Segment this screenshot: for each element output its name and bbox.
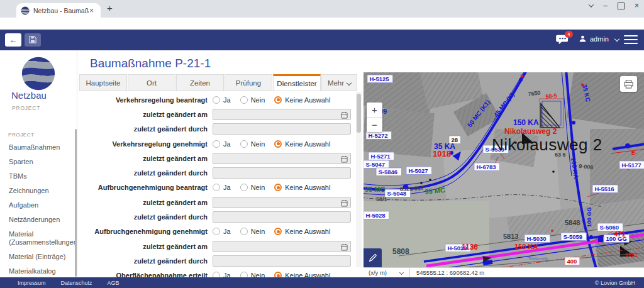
footer-copyright: © Lovion GmbH [595,280,644,286]
field-label: zuletzt geändert durch [79,169,213,177]
svg-text:H-5177: H-5177 [622,162,641,169]
map-label-h-5125: H-5125 [367,75,393,83]
radio-label: Keine Auswahl [285,96,330,104]
new-tab-button[interactable]: + [107,3,113,13]
sidebar-item-sparten[interactable]: Sparten [9,158,72,166]
text-input[interactable] [213,255,351,267]
text-input[interactable] [213,211,351,223]
radio-ja[interactable]: Ja [213,96,231,104]
map-label-h-5272: H-5272 [366,131,392,140]
field-control [213,255,351,267]
svg-text:400: 400 [567,258,577,265]
svg-text:H-5028: H-5028 [366,212,386,219]
radio-nein[interactable]: Nein [240,184,265,191]
sidebar-item-material-zusammenstellungen[interactable]: Material (Zusammenstellungen) [9,230,72,246]
window-maximize-button[interactable] [618,3,625,9]
sidebar-item-netz-nderungen[interactable]: Netzänderungen [9,216,72,224]
window-close-button[interactable]: × [635,1,639,10]
svg-text:H-5272: H-5272 [369,132,388,139]
user-name: admin [590,35,609,43]
map-panel[interactable]: H-5125H-5272H-5271S-5047S-5846H-5027S-50… [364,72,644,267]
back-arrow-icon: ← [9,35,18,45]
tab-close-icon[interactable]: × [89,6,94,15]
tab-label: Zeiten [190,79,210,87]
radio-keine-auswahl[interactable]: Keine Auswahl [274,140,330,148]
map-text-5813: 5813 [503,233,518,240]
tab-pr-fung[interactable]: Prüfung [225,74,272,91]
footer-link-datenschutz[interactable]: Datenschutz [61,280,92,286]
date-input[interactable] [213,241,351,252]
form-row: zuletzt geändert durch [79,209,351,224]
radio-keine-auswahl[interactable]: Keine Auswahl [274,96,330,104]
browser-tab[interactable]: Netzbau - Baumaßnahme P-21- × [16,3,101,18]
map-label-s-5846: S-5846 [376,168,402,176]
user-menu[interactable]: admin [579,35,619,43]
footer-link-impressum[interactable]: Impressum [18,280,46,286]
radio-keine-auswahl[interactable]: Keine Auswahl [274,228,330,235]
notification-badge: 4 [565,31,573,38]
zoom-in-button[interactable]: + [367,102,382,118]
radio-ja[interactable]: Ja [213,228,231,235]
footer-link-agb[interactable]: AGB [108,280,119,286]
main-menu-button[interactable] [624,35,638,46]
calendar-icon [341,243,348,252]
date-input[interactable] [213,109,351,120]
text-input[interactable] [213,167,351,179]
site-favicon-icon [21,6,30,15]
tab-mehr[interactable]: Mehr [321,74,357,91]
app-back-button[interactable]: ← [5,33,21,47]
window-minimize-button[interactable]: – [603,1,608,10]
chat-button[interactable]: 4 [556,34,571,47]
date-input[interactable] [213,197,351,208]
coordinate-unit-select[interactable]: (x/y m) [364,269,400,276]
field-label: Aufbruchgenehmigung beantragt [79,184,213,191]
tab-hauptseite[interactable]: Hauptseite [79,74,127,91]
svg-text:S-5059: S-5059 [564,233,583,240]
radio-nein[interactable]: Nein [240,96,265,104]
radio-ja[interactable]: Ja [213,140,231,148]
radio-label: Nein [251,96,265,104]
tab-label: Mehr [328,79,344,87]
map-print-button[interactable] [620,76,637,92]
map-text-95-mc: 95 MC [365,186,385,193]
tab-title: Netzbau - Baumaßnahme P-21- [33,7,89,14]
map-text-471: 471 [614,230,625,238]
radio-label: Keine Auswahl [285,184,330,191]
tab-label: Hauptseite [86,79,121,87]
map-label-h-5516: H-5516 [592,185,618,193]
date-input[interactable] [213,153,351,164]
radio-icon [240,140,248,148]
sidebar-item-zeichnungen[interactable]: Zeichnungen [9,187,72,195]
app-toolbar: ← 4 admin [0,30,644,50]
tab-ort[interactable]: Ort [128,74,175,91]
sidebar-item-bauma-nahmen[interactable]: Baumaßnahmen [9,143,72,152]
field-control [213,167,351,179]
zoom-out-button[interactable]: − [367,118,382,132]
printer-icon [624,80,633,89]
radio-nein[interactable]: Nein [240,140,265,148]
save-disk-icon [29,35,36,46]
radio-keine-auswahl[interactable]: Keine Auswahl [274,184,330,191]
form-scrollbar[interactable] [356,92,362,267]
tab-zeiten[interactable]: Zeiten [176,74,224,91]
radio-nein[interactable]: Nein [240,228,265,235]
app-save-button[interactable] [25,33,41,47]
tab-dienstleister[interactable]: Dienstleister [273,74,321,91]
scrollbar-thumb[interactable] [357,94,361,133]
sidebar-item-aufgaben[interactable]: Aufgaben [9,201,72,209]
radio-label: Keine Auswahl [285,140,330,148]
sidebar-item-material-eintr-ge[interactable]: Material (Einträge) [9,253,72,261]
form-row: zuletzt geändert durch [79,122,351,136]
map-text-150-ka: 150 KA [513,118,539,127]
sidebar-scrollbar[interactable] [75,129,77,277]
map-text-0651: 0651 [625,252,638,258]
text-input[interactable] [213,123,351,135]
field-label: zuletzt geändert durch [79,257,213,265]
window-menu-icon[interactable] [589,2,594,7]
sidebar-item-materialkatalog[interactable]: Materialkatalog [9,267,72,275]
map-text-e: E- [631,150,637,156]
sidebar-item-tbms[interactable]: TBMs [9,172,72,180]
radio-ja[interactable]: Ja [213,184,231,191]
svg-text:H-5516: H-5516 [595,186,614,192]
map-draw-button[interactable] [364,248,382,267]
